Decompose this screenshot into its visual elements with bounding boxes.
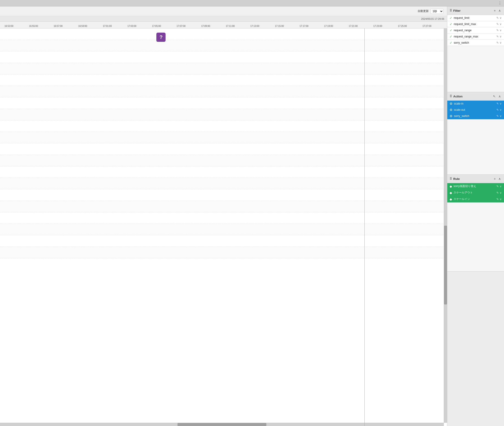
action-item-sorry-switch[interactable]: ⚙ sorry_switch ✎ ∨ bbox=[447, 113, 504, 119]
vertical-scrollbar-thumb[interactable] bbox=[444, 226, 447, 305]
action-edit-icon[interactable]: ✎ bbox=[497, 102, 499, 105]
action-edit-icon[interactable]: ✎ bbox=[497, 108, 499, 111]
current-timestamp: 2024/05/15 17:29:06 bbox=[421, 17, 444, 20]
rule-diamond-icon: ◆ bbox=[449, 197, 452, 201]
filter-edit-icon[interactable]: ✎ bbox=[497, 22, 499, 26]
filter-collapse-button[interactable]: ∧ bbox=[497, 8, 502, 13]
rule-title-label: Rule bbox=[453, 177, 460, 181]
chart-row bbox=[0, 109, 447, 121]
filter-section-title: ⠿ Filter bbox=[449, 9, 461, 12]
action-title-label: Action bbox=[453, 95, 463, 98]
filter-chevron-icon[interactable]: ∨ bbox=[500, 41, 502, 44]
filter-item-name: request_limit bbox=[454, 16, 469, 20]
action-edit-icon[interactable]: ✎ bbox=[497, 114, 499, 118]
chart-row bbox=[0, 212, 447, 224]
rule-add-button[interactable]: + bbox=[493, 177, 497, 181]
chart-row bbox=[0, 143, 447, 155]
action-grid-icon: ⠿ bbox=[449, 94, 452, 98]
filter-item-name: sorry_switch bbox=[454, 41, 469, 44]
time-label-11: 17:15:00 bbox=[275, 25, 284, 27]
action-section-title: ⠿ Action bbox=[449, 94, 463, 98]
timestamp-bar: 2024/05/15 17:29:06 bbox=[0, 16, 447, 21]
chart-row bbox=[0, 155, 447, 166]
filter-section-empty bbox=[447, 46, 504, 92]
filter-edit-icon[interactable]: ✎ bbox=[497, 41, 499, 44]
action-item-name: scale-in bbox=[454, 102, 463, 105]
action-chevron-icon[interactable]: ∨ bbox=[500, 108, 502, 111]
time-label-2: 16:57:00 bbox=[54, 25, 63, 27]
filter-chevron-icon[interactable]: ∨ bbox=[500, 22, 502, 26]
action-cursor-button[interactable]: ↖ bbox=[492, 94, 497, 99]
filter-check-icon: ✓ bbox=[449, 22, 452, 26]
filter-grid-icon: ⠿ bbox=[449, 9, 452, 12]
chart-rows: ? bbox=[0, 28, 447, 421]
rule-edit-icon[interactable]: ✎ bbox=[497, 191, 499, 194]
chart-body: ? bbox=[0, 28, 447, 426]
time-label-0: 16:53:00 bbox=[4, 25, 13, 27]
chart-row bbox=[0, 74, 447, 86]
filter-title-label: Filter bbox=[453, 9, 461, 12]
rule-item-scale-in[interactable]: ◆ スケールイン ✎ ∨ bbox=[447, 196, 504, 202]
filter-edit-icon[interactable]: ✎ bbox=[497, 35, 499, 38]
action-chevron-icon[interactable]: ∨ bbox=[500, 102, 502, 105]
action-section-actions: ↖ ∧ bbox=[492, 94, 502, 99]
action-section-header: ⠿ Action ↖ ∧ bbox=[447, 92, 504, 101]
horizontal-scrollbar-thumb[interactable] bbox=[178, 423, 266, 426]
rule-collapse-button[interactable]: ∧ bbox=[497, 177, 502, 181]
chart-row bbox=[0, 235, 447, 247]
rule-section-actions: + ∧ bbox=[493, 177, 502, 181]
rule-item-name: sorry画面切り替え bbox=[454, 184, 476, 188]
rule-item-sorry-screen[interactable]: ◆ sorry画面切り替え ✎ ∨ bbox=[447, 183, 504, 190]
top-bar-menu-icon[interactable]: ⋮ bbox=[498, 1, 502, 5]
rule-edit-icon[interactable]: ✎ bbox=[497, 185, 499, 188]
rule-edit-icon[interactable]: ✎ bbox=[497, 198, 499, 201]
filter-item-name: request_range_max bbox=[454, 35, 478, 38]
filter-item-name: request_limit_max bbox=[454, 22, 476, 26]
rule-chevron-icon[interactable]: ∨ bbox=[500, 198, 502, 201]
chart-row bbox=[0, 132, 447, 143]
filter-item-request-range[interactable]: ✓ request_range ✎ ∨ bbox=[447, 27, 504, 34]
action-item-scale-out[interactable]: ⚙ scale-out ✎ ∨ bbox=[447, 107, 504, 113]
chart-row bbox=[0, 63, 447, 74]
event-marker[interactable]: ? bbox=[156, 33, 166, 42]
question-mark-icon: ? bbox=[159, 34, 163, 40]
action-item-scale-in[interactable]: ⚙ scale-in ✎ ∨ bbox=[447, 101, 504, 107]
time-label-12: 17:17:00 bbox=[299, 25, 308, 27]
refresh-rate-select[interactable]: 1秒 5秒 10秒 bbox=[430, 9, 443, 14]
rule-section-header: ⠿ Rule + ∧ bbox=[447, 175, 504, 183]
action-collapse-button[interactable]: ∧ bbox=[497, 94, 502, 99]
rule-item-scale-out[interactable]: ◆ スケールアウト ✎ ∨ bbox=[447, 190, 504, 196]
filter-item-request-range-max[interactable]: ✓ request_range_max ✎ ∨ bbox=[447, 34, 504, 40]
action-item-name: sorry_switch bbox=[454, 114, 469, 118]
filter-chevron-icon[interactable]: ∨ bbox=[500, 35, 502, 38]
time-label-13: 17:19:00 bbox=[324, 25, 333, 27]
vertical-scrollbar[interactable] bbox=[444, 28, 447, 423]
chart-row bbox=[0, 121, 447, 132]
filter-item-request-limit[interactable]: ✓ request_limit ✎ ∨ bbox=[447, 15, 504, 21]
filter-item-sorry-switch[interactable]: ✓ sorry_switch ✎ ∨ bbox=[447, 40, 504, 46]
rule-chevron-icon[interactable]: ∨ bbox=[500, 191, 502, 194]
filter-item-request-limit-max[interactable]: ✓ request_limit_max ✎ ∨ bbox=[447, 21, 504, 27]
filter-add-button[interactable]: + bbox=[493, 8, 497, 13]
filter-section: ⠿ Filter + ∧ ✓ request_limit ✎ bbox=[447, 7, 504, 92]
filter-chevron-icon[interactable]: ∨ bbox=[500, 29, 502, 32]
chart-row bbox=[0, 201, 447, 212]
filter-edit-icon[interactable]: ✎ bbox=[497, 29, 499, 32]
filter-item-name: request_range bbox=[454, 29, 471, 32]
filter-edit-icon[interactable]: ✎ bbox=[497, 16, 499, 20]
action-section-empty bbox=[447, 119, 504, 174]
timeline-area: 自動更新 1秒 5秒 10秒 2024/05/15 17:29:06 16:53… bbox=[0, 7, 447, 426]
action-chevron-icon[interactable]: ∨ bbox=[500, 114, 502, 118]
chart-row bbox=[0, 86, 447, 97]
time-label-17: 17:27:00 bbox=[422, 25, 431, 27]
filter-chevron-icon[interactable]: ∨ bbox=[500, 16, 502, 20]
rule-chevron-icon[interactable]: ∨ bbox=[500, 185, 502, 188]
time-label-7: 17:07:00 bbox=[177, 25, 186, 27]
rule-diamond-icon: ◆ bbox=[449, 185, 452, 188]
time-label-5: 17:03:00 bbox=[127, 25, 136, 27]
rule-item-name: スケールアウト bbox=[454, 191, 473, 195]
rule-section-empty bbox=[447, 202, 504, 271]
rule-section: ⠿ Rule + ∧ ◆ sorry画面切り替え ✎ bbox=[447, 175, 504, 272]
action-item-name: scale-out bbox=[454, 108, 465, 111]
horizontal-scrollbar[interactable] bbox=[0, 423, 444, 426]
